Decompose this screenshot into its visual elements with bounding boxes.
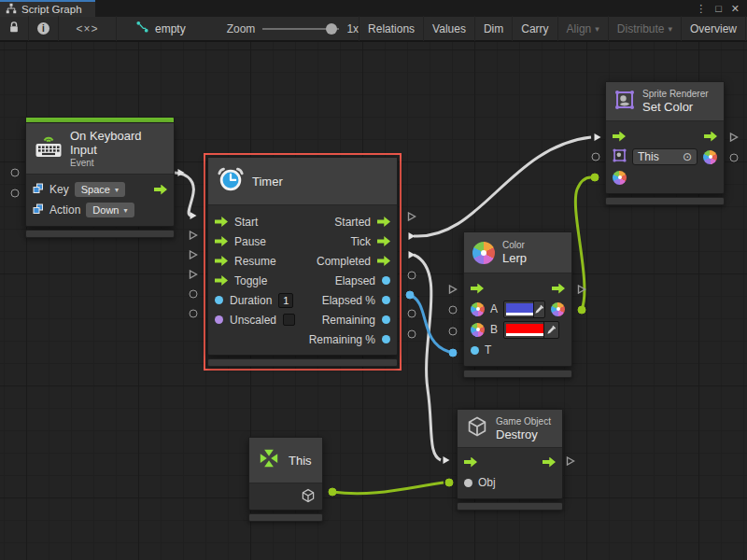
action-dropdown[interactable]: Down ▾ [86,203,134,217]
port-setcolor-enter-in[interactable] [593,133,602,142]
relations-button[interactable]: Relations [359,16,423,41]
port-timer-pause-in[interactable] [189,231,198,240]
color-out-port[interactable] [703,150,717,164]
port-timer-resume-in[interactable] [189,250,198,259]
lock-button[interactable] [0,16,29,41]
wire-keyboard-to-timer-start[interactable] [175,173,193,216]
unscaled-checkbox[interactable] [283,314,295,326]
port-destroy-exit-out[interactable] [566,456,575,466]
port-keyboard-action-in[interactable] [11,189,20,198]
info-button[interactable]: i [29,16,59,41]
port-timer-duration-in[interactable] [190,290,198,299]
float-out-port[interactable] [382,276,390,285]
node-destroy[interactable]: Game Object Destroy Obj [457,409,563,511]
port-timer-elapsed-pct-out[interactable] [406,291,415,300]
duration-input[interactable]: 1 [278,293,293,308]
color-port-icon[interactable] [471,302,485,316]
window-menu-button[interactable]: ⋮ [696,3,706,15]
float-in-port[interactable] [471,346,479,355]
port-timer-remaining-out[interactable] [408,310,416,318]
trigger-out-port[interactable] [704,132,717,142]
node-on-keyboard-input[interactable]: On Keyboard Input Event Key Space ▾ [25,117,175,238]
port-lerp-enter-in[interactable] [448,285,458,294]
port-keyboard-key-in[interactable] [11,169,20,177]
object-in-port[interactable] [464,479,472,487]
port-lerp-t-in[interactable] [449,349,458,357]
trigger-in-port[interactable] [215,275,228,286]
sprite-renderer-port-icon[interactable] [613,148,627,165]
trigger-in-port[interactable] [471,284,484,294]
color-a-swatch[interactable] [503,301,545,318]
trigger-in-port[interactable] [613,132,626,142]
key-row: Key Space ▾ [26,179,174,200]
port-destroy-obj-in[interactable] [445,479,454,487]
trigger-out-port[interactable] [377,217,390,227]
close-button[interactable]: ✕ [731,3,740,15]
key-dropdown[interactable]: Space ▾ [75,182,125,197]
eyedropper-icon[interactable] [533,301,544,317]
values-button[interactable]: Values [423,16,474,41]
overview-button[interactable]: Overview [681,16,745,41]
trigger-in-port[interactable] [215,217,228,227]
port-timer-started-out[interactable] [407,212,416,221]
trigger-in-port[interactable] [215,256,228,266]
maximize-button[interactable]: □ [715,3,722,14]
port-lerp-result-out[interactable] [578,306,586,315]
dim-button[interactable]: Dim [474,16,512,41]
port-destroy-enter-in[interactable] [442,455,451,465]
distribute-button[interactable]: Distribute▾ [608,16,681,41]
port-timer-elapsed-out[interactable] [408,272,416,280]
port-timer-start-in[interactable] [189,211,198,220]
color-a-value[interactable] [506,303,533,315]
carry-button[interactable]: Carry [512,16,557,41]
float-out-port[interactable] [382,296,390,304]
target-field[interactable]: This ⊙ [632,148,698,165]
zoom-slider[interactable] [262,22,339,35]
code-preview-button[interactable]: <×> [59,16,117,41]
node-this[interactable]: This [248,437,323,522]
color-out-port[interactable] [551,302,565,316]
trigger-out-port[interactable] [552,284,565,294]
color-b-swatch[interactable] [503,321,559,339]
color-b-value[interactable] [506,324,543,336]
tab-script-graph[interactable]: Script Graph [0,0,95,17]
node-color-lerp[interactable]: Color Lerp A [463,231,572,378]
port-timer-unscaled-in[interactable] [190,310,198,318]
port-setcolor-target-in[interactable] [592,153,600,161]
trigger-in-port[interactable] [464,457,477,468]
trigger-out-port[interactable] [543,457,556,468]
float-out-port[interactable] [382,315,390,324]
graph-canvas[interactable]: On Keyboard Input Event Key Space ▾ [0,42,747,560]
wire-completed-to-destroy[interactable] [414,255,441,460]
port-setcolor-color-in[interactable] [591,174,599,182]
port-setcolor-exit-out[interactable] [729,133,739,142]
port-timer-completed-out[interactable] [407,250,416,259]
trigger-out-port[interactable] [154,185,167,195]
align-button[interactable]: Align▾ [557,16,608,41]
trigger-out-port[interactable] [377,256,390,266]
trigger-out-port[interactable] [377,236,390,246]
port-setcolor-result-out[interactable] [730,154,739,162]
port-timer-tick-out[interactable] [407,231,416,241]
target-picker-icon[interactable]: ⊙ [683,150,692,163]
game-object-port-icon[interactable] [301,488,316,506]
eyedropper-icon[interactable] [543,322,558,338]
color-port-icon[interactable] [471,323,485,337]
port-lerp-a-in[interactable] [449,306,458,315]
port-lerp-exit-out[interactable] [577,285,586,294]
port-this-self-out[interactable] [329,488,337,497]
float-out-port[interactable] [382,335,390,343]
trigger-in-port[interactable] [215,236,228,246]
port-lerp-b-in[interactable] [449,328,458,336]
port-timer-toggle-in[interactable] [189,270,198,279]
wire-this-to-obj[interactable] [332,483,444,494]
port-timer-remaining-pct-out[interactable] [408,330,416,339]
node-timer[interactable]: Timer Start Started Pause Tick Resume [207,157,398,367]
node-set-color[interactable]: Sprite Renderer Set Color [605,81,725,205]
node-timer-selection[interactable]: Timer Start Started Pause Tick Resume [204,153,402,371]
color-in-port[interactable] [613,171,627,185]
float-in-port[interactable] [215,296,223,304]
bool-in-port[interactable] [215,315,223,324]
wire-tick-to-setcolor[interactable] [414,137,591,236]
zoom-slider-handle[interactable] [326,23,337,35]
